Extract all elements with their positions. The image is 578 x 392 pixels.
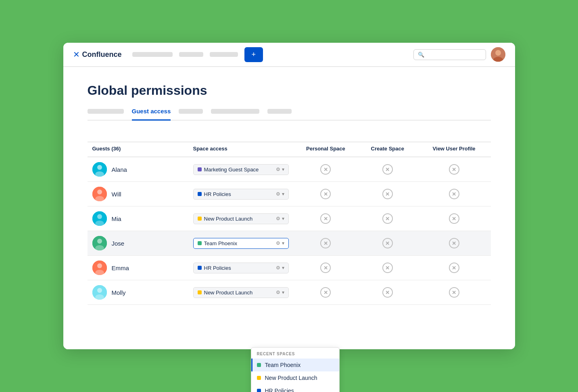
x-circle-emma-personal[interactable]: ✕ xyxy=(320,263,331,273)
user-name-molly: Molly xyxy=(112,289,126,296)
chevron-icon-jose: ▾ xyxy=(282,240,284,246)
x-circle-molly-view[interactable]: ✕ xyxy=(449,287,459,298)
x-circle-mia-personal[interactable]: ✕ xyxy=(320,213,331,224)
col-view-profile xyxy=(417,133,491,142)
x-circle-emma-view[interactable]: ✕ xyxy=(449,263,459,273)
table-row: Alana Marketing Guest Space ⚙ ▾ xyxy=(88,157,491,182)
space-dot-mia xyxy=(198,217,202,221)
x-circle-will-personal[interactable]: ✕ xyxy=(320,189,331,199)
svg-point-4 xyxy=(97,165,102,170)
user-name-will: Will xyxy=(112,191,121,198)
avatar-molly xyxy=(92,285,107,300)
gear-icon-jose: ⚙ xyxy=(276,240,280,246)
col-guests-label: Guests (36) xyxy=(88,142,188,157)
dropdown-label-team-phoenix: Team Phoenix xyxy=(265,362,301,368)
x-circle-molly-create[interactable]: ✕ xyxy=(382,287,393,298)
dropdown-item-team-phoenix[interactable]: Team Phoenix xyxy=(251,359,339,371)
nav-item-1[interactable] xyxy=(132,52,173,57)
dropdown-dot-green xyxy=(257,363,261,367)
nav-item-3[interactable] xyxy=(210,52,238,57)
avatar-emma xyxy=(92,261,107,275)
x-circle-will-create[interactable]: ✕ xyxy=(382,189,393,199)
dropdown-item-new-product[interactable]: New Product Launch xyxy=(251,371,339,384)
logo-text: Confluence xyxy=(82,50,122,59)
personal-space-alana: ✕ xyxy=(294,157,358,182)
confluence-logo-icon: ✕ xyxy=(73,50,80,59)
x-circle-jose-personal[interactable]: ✕ xyxy=(320,238,331,248)
col-personal-space xyxy=(294,133,358,142)
col-personal-space-label: Personal Space xyxy=(294,142,358,157)
col-create-space-label: Create Space xyxy=(358,142,417,157)
user-name-alana: Alana xyxy=(112,166,127,173)
user-cell-alana: Alana xyxy=(88,157,188,182)
space-dropdown-alana[interactable]: Marketing Guest Space ⚙ ▾ xyxy=(193,164,289,175)
space-dropdown-jose[interactable]: Team Phoenix ⚙ ▾ xyxy=(193,238,289,249)
chevron-icon-mia: ▾ xyxy=(282,216,284,221)
avatar-image xyxy=(491,47,505,62)
x-circle-jose-create[interactable]: ✕ xyxy=(382,238,393,248)
tab-placeholder-1[interactable] xyxy=(88,109,124,114)
x-circle-molly-personal[interactable]: ✕ xyxy=(320,287,331,298)
space-dot-alana xyxy=(198,167,202,171)
x-circle-alana-view[interactable]: ✕ xyxy=(449,164,459,175)
user-avatar[interactable] xyxy=(491,47,505,62)
col-guests xyxy=(88,133,188,142)
space-dropdown-molly[interactable]: New Product Launch ⚙ ▾ xyxy=(193,287,289,298)
x-circle-alana-create[interactable]: ✕ xyxy=(382,164,393,175)
tab-guest-access[interactable]: Guest access xyxy=(132,108,171,121)
space-dropdown-will[interactable]: HR Policies ⚙ ▾ xyxy=(193,189,289,200)
svg-point-19 xyxy=(97,288,102,293)
tab-placeholder-2[interactable] xyxy=(179,109,203,114)
svg-point-13 xyxy=(97,239,102,244)
x-circle-emma-create[interactable]: ✕ xyxy=(382,263,393,273)
space-access-emma: HR Policies ⚙ ▾ xyxy=(188,256,294,280)
col-create-space xyxy=(358,133,417,142)
dropdown-dot-blue xyxy=(257,389,261,392)
space-access-mia: New Product Launch ⚙ ▾ xyxy=(188,206,294,231)
chevron-icon-molly: ▾ xyxy=(282,290,284,295)
space-dropdown-emma[interactable]: HR Policies ⚙ ▾ xyxy=(193,263,289,273)
col-space-access-label: Space access xyxy=(188,142,294,157)
space-label-will: HR Policies xyxy=(204,191,273,197)
svg-point-10 xyxy=(97,214,102,219)
navbar-right: 🔍 xyxy=(413,47,505,62)
permissions-table: Guests (36) Space access Personal Space … xyxy=(88,133,491,305)
space-access-alana: Marketing Guest Space ⚙ ▾ xyxy=(188,157,294,182)
avatar-will xyxy=(92,187,107,201)
space-label-jose: Team Phoenix xyxy=(204,240,273,246)
tab-placeholder-4[interactable] xyxy=(267,109,292,114)
chevron-icon-will: ▾ xyxy=(282,191,284,197)
create-button[interactable]: + xyxy=(244,47,263,62)
gear-icon-molly: ⚙ xyxy=(276,290,280,295)
x-circle-jose-view[interactable]: ✕ xyxy=(449,238,459,248)
gear-icon-alana: ⚙ xyxy=(276,167,280,172)
gear-icon-will: ⚙ xyxy=(276,191,280,197)
tab-placeholder-3[interactable] xyxy=(211,109,259,114)
x-circle-will-view[interactable]: ✕ xyxy=(449,189,459,199)
x-circle-mia-create[interactable]: ✕ xyxy=(382,213,393,224)
chevron-icon-emma: ▾ xyxy=(282,265,284,271)
dropdown-dot-yellow xyxy=(257,376,261,380)
search-input[interactable] xyxy=(426,52,482,58)
col-view-profile-label: View User Profile xyxy=(417,142,491,157)
logo: ✕ Confluence xyxy=(73,50,122,59)
user-cell-molly: Molly xyxy=(88,280,188,305)
space-access-jose: Team Phoenix ⚙ ▾ xyxy=(188,231,294,256)
table-row: Mia New Product Launch ⚙ ▾ xyxy=(88,206,491,231)
x-circle-alana-personal[interactable]: ✕ xyxy=(320,164,331,175)
space-dropdown-mia[interactable]: New Product Launch ⚙ ▾ xyxy=(193,213,289,224)
search-icon: 🔍 xyxy=(418,52,424,58)
gear-icon-mia: ⚙ xyxy=(276,216,280,221)
search-box[interactable]: 🔍 xyxy=(413,49,486,60)
tabs-row: Guest access xyxy=(88,108,491,121)
table-row: Emma HR Policies ⚙ ▾ xyxy=(88,256,491,280)
table-row: Molly New Product Launch ⚙ ▾ xyxy=(88,280,491,305)
user-cell-emma: Emma xyxy=(88,256,188,280)
gear-icon-emma: ⚙ xyxy=(276,265,280,271)
x-circle-mia-view[interactable]: ✕ xyxy=(449,213,459,224)
view-profile-alana: ✕ xyxy=(417,157,491,182)
avatar-alana xyxy=(92,162,107,177)
dropdown-item-hr-policies[interactable]: HR Policies xyxy=(251,384,339,392)
nav-item-2[interactable] xyxy=(179,52,203,57)
space-dot-molly xyxy=(198,290,202,294)
